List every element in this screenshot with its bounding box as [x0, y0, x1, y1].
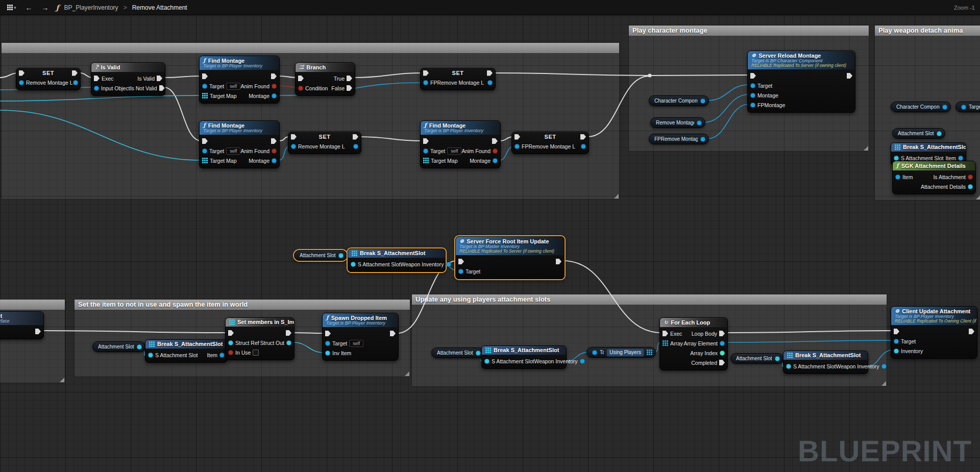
spawn-dropped-item-pin-exec-r[interactable]: [390, 331, 396, 336]
set-fpremove-2-pin-data-r[interactable]: [581, 144, 586, 149]
find-montage-1-pin-anim-found-r[interactable]: [272, 84, 277, 89]
var-using-players-pin-target-in[interactable]: [592, 350, 597, 355]
var-attachment-slot-mid-pin-out[interactable]: [338, 253, 344, 258]
set-members-checkbox-in-use[interactable]: [253, 350, 259, 356]
server-force-root-item-update-pin-exec-r[interactable]: [556, 259, 561, 264]
var-fpremove-montage-l[interactable]: FPRemove Montage L: [649, 134, 709, 144]
set-members[interactable]: Set members in S_InvItemStruct RefStruct…: [225, 317, 295, 360]
find-montage-3-pin-target-map-l[interactable]: [423, 158, 429, 163]
branch-pin-true-r[interactable]: [347, 76, 352, 81]
set-fpremove-1[interactable]: SETFPRemove Montage L: [420, 68, 496, 90]
find-montage-1-pin-target-l[interactable]: [202, 84, 207, 89]
var-target-right[interactable]: Target: [955, 102, 980, 112]
graph-canvas[interactable]: Play character montagePlay weapon detach…: [0, 0, 980, 472]
find-montage-2-pin-target-l[interactable]: [202, 148, 207, 154]
server-reload-montage-pin-target-l[interactable]: [750, 83, 755, 88]
break-attachment-r-pin-item-r[interactable]: [958, 156, 963, 161]
var-attachment-slot-bl-pin-out[interactable]: [137, 344, 142, 350]
breadcrumb-parent[interactable]: BP_PlayerInventory: [64, 4, 118, 11]
set-remove-montage-1[interactable]: SETRemove Montage L: [16, 68, 81, 90]
find-montage-1-pin-montage-r[interactable]: [272, 93, 277, 98]
var-attachment-slot-br[interactable]: Attachment Slot L: [730, 353, 783, 364]
client-update-attachment[interactable]: ⊕Client Update AttachmentTarget is BP Pl…: [891, 306, 977, 359]
for-each-loop-pin-array-l[interactable]: [663, 340, 668, 346]
spawn-dropped-item-input-target[interactable]: self: [349, 340, 363, 347]
set-fpremove-1-pin-exec-out[interactable]: [487, 70, 493, 76]
set-remove-2-pin-data-r[interactable]: [353, 144, 358, 149]
var-attachment-slot-br-pin-out[interactable]: [775, 356, 780, 361]
find-montage-1[interactable]: ƒFind MontageTarget is BP Player Invento…: [199, 56, 280, 104]
client-update-attachment-pin-inventory-l[interactable]: [894, 349, 899, 354]
set-remove-montage-1-pin-exec-in[interactable]: [19, 70, 24, 76]
server-force-root-item-update-pin-target-l[interactable]: [458, 269, 463, 274]
sgk-attachment-details-pin-is-attachment-r[interactable]: [968, 175, 973, 180]
find-montage-3-pin-montage-r[interactable]: [493, 158, 498, 163]
set-remove-montage-1-pin-exec-out[interactable]: [72, 70, 78, 76]
var-remove-montage-l[interactable]: Remove Montage L: [650, 117, 705, 128]
var-attachment-slot-r[interactable]: Attachment Slot L: [892, 128, 945, 139]
break-attachment-mid[interactable]: Break S_AttachmentSlotS Attachment SlotW…: [348, 249, 446, 272]
sgk-attachment-details-pin-attachment-details-r[interactable]: [968, 184, 973, 189]
find-montage-2-pin-exec-r[interactable]: [271, 138, 277, 144]
for-each-loop-pin-completed-r[interactable]: [719, 360, 725, 365]
set-remove-2-pin-exec-out[interactable]: [353, 134, 358, 140]
set-members-pin-exec-r[interactable]: [286, 330, 291, 336]
break-attachment-mid-pin-s-attachment-slot-l[interactable]: [351, 262, 356, 267]
server-reload-montage-pin-exec-l[interactable]: [750, 73, 756, 79]
var-attachment-slot-mid[interactable]: Attachment Slot L: [294, 250, 347, 261]
set-remove-montage-1-pin-remove-montage-l-l[interactable]: [19, 80, 24, 85]
spawn-dropped-item[interactable]: ƒSpawn Dropped ItemTarget is BP Player I…: [322, 313, 399, 361]
find-montage-3[interactable]: ƒFind MontageTarget is BP Player Invento…: [420, 120, 501, 168]
set-fpremove-2-pin-exec-out[interactable]: [580, 134, 586, 140]
for-each-loop-pin-array-index-r[interactable]: [720, 351, 725, 356]
find-montage-2-pin-montage-r[interactable]: [272, 158, 277, 163]
graph-options-button[interactable]: ▾: [5, 4, 18, 11]
var-character-component-1-pin-out[interactable]: [700, 98, 705, 104]
is-valid-pin-exec-l[interactable]: [94, 76, 100, 81]
sgk-attachment-details[interactable]: ƒSGK Attachment DetailsItemIs Attachment…: [892, 161, 976, 194]
var-attachment-slot-bm-pin-out[interactable]: [476, 351, 481, 356]
client-update-attachment-pin-exec-l[interactable]: [894, 329, 899, 334]
var-remove-montage-l-pin-out[interactable]: [697, 120, 702, 126]
find-montage-3-pin-target-l[interactable]: [423, 148, 428, 154]
branch[interactable]: ⇉BranchTrueConditionFalse: [295, 62, 355, 96]
for-each-loop[interactable]: ↻For Each LoopExecLoop BodyArrayArray El…: [659, 317, 728, 370]
var-using-players[interactable]: TargetUsing Players: [586, 347, 656, 358]
var-character-component-2[interactable]: Character Component: [891, 102, 951, 112]
set-fpremove-1-pin-exec-in[interactable]: [423, 70, 429, 76]
is-valid[interactable]: ?Is ValidExecIs ValidInput ObjectIs Not …: [91, 62, 165, 96]
var-using-players-pin-out[interactable]: [647, 350, 652, 355]
set-remove-montage-1-pin-data-r[interactable]: [73, 80, 78, 85]
find-montage-2-pin-target-map-l[interactable]: [202, 158, 208, 163]
spawn-dropped-item-pin-inv-item-l[interactable]: [325, 351, 330, 356]
break-attachment-bl-pin-s-attachment-slot-l[interactable]: [148, 353, 153, 358]
client-update-attachment-pin-exec-r[interactable]: [969, 329, 974, 334]
find-montage-3-input-target[interactable]: self: [447, 147, 461, 155]
branch-pin-condition-l[interactable]: [298, 86, 303, 91]
find-montage-1-pin-target-map-l[interactable]: [202, 93, 208, 98]
server-reload-montage[interactable]: ⊕Server Reload MontageTarget is BP Chara…: [747, 51, 855, 113]
for-each-loop-pin-exec-l[interactable]: [663, 331, 668, 336]
spawn-dropped-item-pin-exec-l[interactable]: [325, 331, 331, 336]
var-character-component-2-pin-out[interactable]: [942, 105, 947, 110]
find-montage-2-pin-exec-l[interactable]: [202, 138, 208, 144]
var-attachment-slot-bl[interactable]: Attachment Slot L: [92, 341, 145, 352]
find-montage-2[interactable]: ƒFind MontageTarget is BP Player Invento…: [199, 120, 280, 168]
break-attachment-bl[interactable]: Break S_AttachmentSlotS Attachment SlotI…: [145, 339, 228, 363]
set-members-pin-in-use-l[interactable]: [228, 350, 233, 355]
break-attachment-bl-pin-item-r[interactable]: [219, 353, 225, 358]
set-remove-2-pin-exec-in[interactable]: [291, 134, 297, 140]
var-attachment-slot-bm[interactable]: Attachment Slot L: [431, 347, 484, 358]
branch-pin-false-r[interactable]: [347, 85, 352, 91]
client-update-attachment-pin-target-l[interactable]: [894, 339, 899, 344]
sgk-attachment-details-pin-item-l[interactable]: [895, 175, 900, 180]
set-fpremove-2-pin-fpremove-montage-l-l[interactable]: [514, 144, 520, 149]
find-montage-1-pin-exec-l[interactable]: [202, 73, 208, 79]
var-attachment-slot-r-pin-out[interactable]: [937, 131, 942, 136]
set-members-pin-struct-out-r[interactable]: [286, 340, 291, 345]
for-each-loop-pin-array-element-r[interactable]: [720, 341, 725, 346]
find-montage-3-pin-exec-r[interactable]: [492, 138, 498, 144]
find-montage-3-pin-anim-found-r[interactable]: [493, 148, 498, 154]
break-attachment-bm-pin-s-attachment-slot-l[interactable]: [484, 359, 489, 364]
server-reload-montage-pin-exec-r[interactable]: [847, 73, 852, 79]
